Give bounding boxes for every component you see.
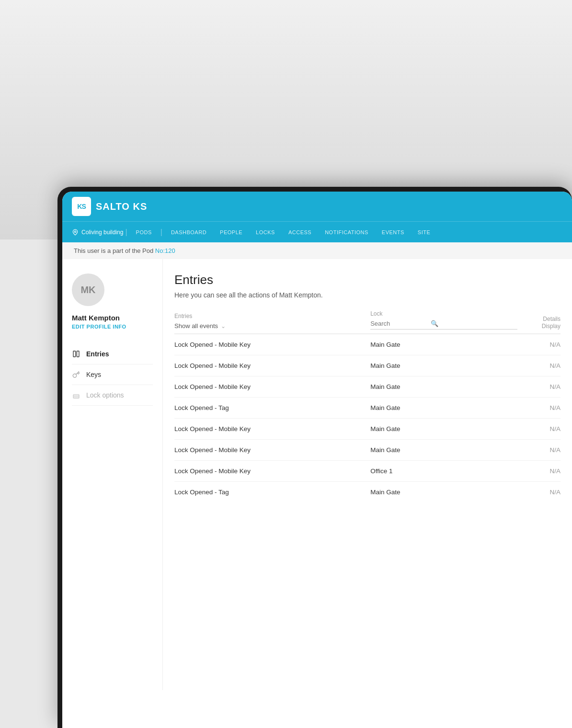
avatar: MK — [72, 273, 104, 306]
entries-title: Entries — [174, 273, 561, 287]
sidebar-entries-label: Entries — [86, 350, 109, 358]
svg-rect-2 — [77, 351, 79, 357]
cell-lock: Main Gate — [370, 404, 517, 411]
lock-options-icon — [72, 391, 80, 399]
cell-details: N/A — [517, 383, 561, 390]
cell-event: Lock Opened - Mobile Key — [174, 425, 370, 432]
table-header: Entries Show all events ⌄ Lock 🔍 — [174, 310, 561, 334]
sidebar-item-keys[interactable]: Keys — [72, 364, 153, 385]
cell-lock: Main Gate — [370, 489, 517, 496]
tablet-device: KS SALTO KS Coliving building | PODS | — [57, 187, 572, 728]
sub-nav-item-site[interactable]: SITE — [411, 222, 437, 243]
lock-search[interactable]: 🔍 — [370, 320, 517, 330]
sidebar-item-entries[interactable]: Entries — [72, 344, 153, 364]
logo-text: SALTO KS — [96, 201, 147, 212]
table-row: Lock Opened - Mobile Key Main Gate N/A — [174, 355, 561, 376]
cell-lock: Main Gate — [370, 383, 517, 390]
details-display-label: Details Display — [517, 316, 561, 330]
entries-subtitle: Here you can see all the actions of Matt… — [174, 291, 561, 299]
sub-nav-item-people[interactable]: PEOPLE — [213, 222, 249, 243]
sidebar-item-lock-options[interactable]: Lock options — [72, 385, 153, 406]
cell-details: N/A — [517, 489, 561, 496]
sub-nav-item-events[interactable]: EVENTS — [375, 222, 411, 243]
sidebar: MK Matt Kempton EDIT PROFILE INFO Entrie… — [62, 259, 163, 690]
user-name: Matt Kempton — [72, 314, 153, 322]
cell-event: Lock Opened - Mobile Key — [174, 362, 370, 369]
sub-nav-item-dashboard[interactable]: DASHBOARD — [164, 222, 213, 243]
logo-initials: KS — [77, 203, 85, 210]
cell-details: N/A — [517, 404, 561, 411]
cell-event: Lock Opened - Mobile Key — [174, 467, 370, 475]
logo-container: KS SALTO KS — [72, 197, 147, 216]
tablet-screen: KS SALTO KS Coliving building | PODS | — [62, 192, 572, 728]
cell-event: Lock Opened - Tag — [174, 489, 370, 496]
table-rows-container: Lock Opened - Mobile Key Main Gate N/A L… — [174, 334, 561, 502]
entries-filter[interactable]: Show all events ⌄ — [174, 322, 370, 330]
cell-lock: Office 1 — [370, 467, 517, 475]
entries-icon — [72, 350, 80, 358]
table-row: Lock Opened - Tag Main Gate N/A — [174, 482, 561, 502]
cell-details: N/A — [517, 425, 561, 432]
chevron-down-icon: ⌄ — [221, 323, 226, 330]
location-icon — [72, 229, 79, 236]
table-row: Lock Opened - Mobile Key Main Gate N/A — [174, 419, 561, 440]
sub-nav-item-pods[interactable]: PODS — [129, 222, 159, 243]
keys-icon — [72, 370, 80, 379]
sub-nav-item-notifications[interactable]: NOTIFICATIONS — [318, 222, 375, 243]
sub-nav-item-access[interactable]: ACCESS — [282, 222, 318, 243]
svg-point-0 — [74, 231, 76, 233]
logo-box: KS — [72, 197, 91, 216]
table-row: Lock Opened - Mobile Key Main Gate N/A — [174, 334, 561, 355]
separator-2: | — [159, 228, 164, 237]
col-details-header: Details Display — [517, 316, 561, 330]
cell-details: N/A — [517, 446, 561, 454]
lock-col-label: Lock — [370, 310, 517, 317]
table-row: Lock Opened - Mobile Key Office 1 N/A — [174, 461, 561, 482]
filter-label: Show all events — [174, 322, 218, 330]
separator-1: | — [123, 228, 129, 237]
table-row: Lock Opened - Mobile Key Main Gate N/A — [174, 376, 561, 398]
entries-col-label: Entries — [174, 313, 370, 319]
cell-event: Lock Opened - Mobile Key — [174, 446, 370, 454]
cell-details: N/A — [517, 467, 561, 475]
sub-nav: Coliving building | PODS | DASHBOARD PEO… — [62, 221, 572, 242]
table-row: Lock Opened - Tag Main Gate N/A — [174, 398, 561, 419]
sidebar-keys-label: Keys — [86, 371, 101, 378]
cell-details: N/A — [517, 341, 561, 348]
search-icon: 🔍 — [431, 320, 438, 327]
svg-rect-3 — [73, 395, 79, 398]
sub-nav-location[interactable]: Coliving building — [72, 229, 123, 236]
cell-lock: Main Gate — [370, 446, 517, 454]
info-bar-text: This user is a part of the Pod — [74, 247, 155, 254]
svg-rect-1 — [73, 351, 76, 357]
avatar-initials: MK — [80, 284, 95, 296]
info-bar-link[interactable]: No:120 — [155, 247, 175, 254]
col-lock-header: Lock 🔍 — [370, 310, 517, 330]
sub-nav-location-text: Coliving building — [81, 229, 123, 236]
cell-event: Lock Opened - Tag — [174, 404, 370, 411]
entries-area: Entries Here you can see all the actions… — [163, 259, 572, 690]
search-input[interactable] — [370, 320, 428, 327]
cell-lock: Main Gate — [370, 362, 517, 369]
cell-event: Lock Opened - Mobile Key — [174, 383, 370, 390]
cell-event: Lock Opened - Mobile Key — [174, 341, 370, 348]
cell-lock: Main Gate — [370, 425, 517, 432]
table-row: Lock Opened - Mobile Key Main Gate N/A — [174, 440, 561, 461]
nav-header: KS SALTO KS — [62, 192, 572, 221]
info-bar: This user is a part of the Pod No:120 — [62, 242, 572, 259]
cell-lock: Main Gate — [370, 341, 517, 348]
col-entries-header: Entries Show all events ⌄ — [174, 313, 370, 330]
sidebar-lock-options-label: Lock options — [86, 391, 124, 399]
sub-nav-item-locks[interactable]: LOCKS — [249, 222, 282, 243]
cell-details: N/A — [517, 362, 561, 369]
edit-profile-link[interactable]: EDIT PROFILE INFO — [72, 324, 153, 330]
main-area: MK Matt Kempton EDIT PROFILE INFO Entrie… — [62, 259, 572, 690]
